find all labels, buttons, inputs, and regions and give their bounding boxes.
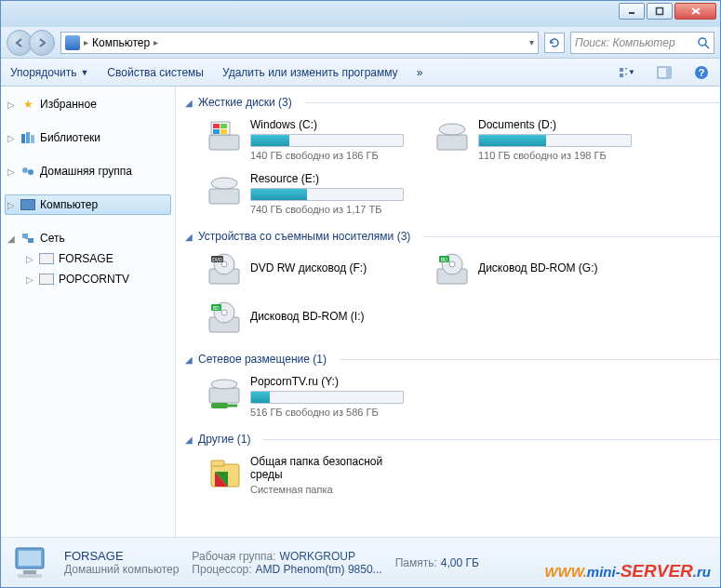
svg-text:DVD: DVD <box>212 257 222 262</box>
space-bar <box>250 391 404 404</box>
collapse-icon[interactable]: ◢ <box>185 434 193 445</box>
drive-item[interactable]: Windows (C:) 140 ГБ свободно из 186 ГБ <box>180 116 407 170</box>
svg-point-29 <box>439 124 465 135</box>
svg-rect-7 <box>625 68 627 70</box>
svg-point-31 <box>211 178 237 189</box>
organize-menu[interactable]: Упорядочить ▼ <box>10 66 88 79</box>
svg-rect-11 <box>666 67 671 78</box>
uninstall-label: Удалить или изменить программу <box>222 66 398 79</box>
forward-button[interactable] <box>29 30 55 56</box>
star-icon: ★ <box>20 97 36 112</box>
drive-item[interactable]: BD Дисковод BD-ROM (G:) <box>407 250 635 299</box>
svg-rect-20 <box>28 238 33 243</box>
details-pane: FORSAGE Домашний компьютер Рабочая групп… <box>1 537 720 587</box>
expand-icon[interactable]: ▷ <box>7 167 16 177</box>
system-properties-button[interactable]: Свойства системы <box>107 66 204 79</box>
status-workgroup-value: WORKGROUP <box>280 550 355 563</box>
svg-rect-26 <box>213 129 220 134</box>
drive-name: DVD RW дисковод (F:) <box>250 261 404 274</box>
uninstall-programs-button[interactable]: Удалить или изменить программу <box>222 66 398 79</box>
svg-rect-15 <box>26 132 30 143</box>
body: ▷ ★ Избранное ▷ Библиотеки ▷ Домашняя гр… <box>1 87 720 537</box>
chevron-right-icon: ▸ <box>84 37 88 47</box>
svg-line-5 <box>705 45 709 48</box>
drive-item[interactable]: BD Дисковод BD-ROM (I:) <box>180 299 407 347</box>
drive-item[interactable]: Resource (E:) 740 ГБ свободно из 1,17 ТБ <box>180 170 407 224</box>
svg-rect-6 <box>620 68 623 72</box>
status-memory-label: Память: <box>395 556 437 569</box>
view-options-button[interactable]: ▼ <box>618 63 636 82</box>
watermark: WWW.mini-SERVER.ru <box>544 561 711 581</box>
expand-icon[interactable]: ▷ <box>7 133 16 143</box>
svg-rect-47 <box>209 388 239 403</box>
sidebar-homegroup[interactable]: ▷ Домашняя группа <box>5 161 171 181</box>
sidebar-label: FORSAGE <box>59 252 113 265</box>
svg-rect-49 <box>211 403 228 408</box>
collapse-icon[interactable]: ◢ <box>7 234 16 244</box>
sidebar-favorites[interactable]: ▷ ★ Избранное <box>5 94 171 114</box>
status-cpu-value: AMD Phenom(tm) 9850... <box>256 563 382 576</box>
group-header-other[interactable]: ◢ Другие (1) <box>185 433 720 446</box>
help-button[interactable]: ? <box>692 63 711 82</box>
drive-icon <box>206 172 243 209</box>
search-icon <box>697 36 710 49</box>
drive-space: 110 ГБ свободно из 198 ГБ <box>478 150 632 161</box>
expand-icon[interactable]: ▷ <box>7 100 16 110</box>
refresh-button[interactable] <box>544 33 565 53</box>
maximize-button[interactable] <box>647 3 673 20</box>
collapse-icon[interactable]: ◢ <box>185 354 193 365</box>
collapse-icon[interactable]: ◢ <box>185 98 193 108</box>
address-segment[interactable]: Компьютер <box>92 36 150 49</box>
sidebar-computer[interactable]: ▷ Компьютер <box>5 194 171 215</box>
space-bar <box>250 188 404 201</box>
sidebar-network-node[interactable]: ▷ POPCORNTV <box>23 269 171 289</box>
dvd-drive-icon: DVD <box>206 252 243 289</box>
address-bar[interactable]: ▸ Компьютер ▸ ▾ <box>60 32 539 54</box>
libraries-icon <box>20 130 36 145</box>
svg-text:?: ? <box>699 67 705 78</box>
svg-rect-1 <box>657 8 663 15</box>
drive-os-icon <box>206 118 243 155</box>
security-folder-icon <box>206 455 243 492</box>
sidebar-libraries[interactable]: ▷ Библиотеки <box>5 127 171 148</box>
group-header-hdd[interactable]: ◢ Жесткие диски (3) <box>185 96 720 109</box>
content-pane: ◢ Жесткие диски (3) Windows (C:) 140 ГБ … <box>176 87 720 537</box>
svg-point-44 <box>221 310 227 315</box>
drive-item[interactable]: PopcornTV.ru (Y:) 516 ГБ свободно из 586… <box>180 373 407 427</box>
expand-icon[interactable]: ▷ <box>25 274 34 285</box>
group-header-netloc[interactable]: ◢ Сетевое размещение (1) <box>185 353 720 366</box>
svg-rect-56 <box>18 574 42 578</box>
svg-rect-24 <box>213 124 220 128</box>
computer-icon <box>20 197 36 212</box>
search-input[interactable]: Поиск: Компьютер <box>570 32 714 54</box>
svg-point-17 <box>22 167 28 173</box>
expand-icon[interactable]: ▷ <box>25 254 34 264</box>
space-bar <box>478 134 632 147</box>
computer-node-icon <box>38 251 55 266</box>
folder-item[interactable]: Общая папка безопасной среды Системная п… <box>180 453 407 504</box>
minimize-button[interactable] <box>619 3 645 20</box>
status-workgroup-label: Рабочая группа: <box>192 550 275 563</box>
svg-rect-25 <box>220 124 227 128</box>
close-button[interactable] <box>674 3 716 20</box>
drive-item[interactable]: DVD DVD RW дисковод (F:) <box>180 250 407 299</box>
chevron-down-icon[interactable]: ▾ <box>529 37 534 47</box>
svg-rect-8 <box>620 74 623 77</box>
preview-pane-button[interactable] <box>655 63 674 82</box>
sidebar-label: Библиотеки <box>40 131 100 144</box>
svg-point-39 <box>449 261 455 267</box>
svg-point-18 <box>28 169 33 175</box>
nav-bar: ▸ Компьютер ▸ ▾ Поиск: Компьютер <box>1 27 720 59</box>
svg-rect-30 <box>209 189 239 204</box>
drive-item[interactable]: Documents (D:) 110 ГБ свободно из 198 ГБ <box>407 116 635 170</box>
svg-rect-55 <box>23 570 36 574</box>
network-drive-icon <box>206 375 243 412</box>
svg-rect-52 <box>211 461 224 466</box>
group-header-removable[interactable]: ◢ Устройства со съемными носителями (3) <box>185 230 720 243</box>
overflow-menu[interactable]: » <box>417 66 423 79</box>
drive-icon <box>434 118 471 155</box>
sidebar-network[interactable]: ◢ Сеть <box>5 228 171 248</box>
collapse-icon[interactable]: ◢ <box>185 232 193 242</box>
expand-icon[interactable]: ▷ <box>7 200 16 210</box>
sidebar-network-node[interactable]: ▷ FORSAGE <box>23 248 171 269</box>
